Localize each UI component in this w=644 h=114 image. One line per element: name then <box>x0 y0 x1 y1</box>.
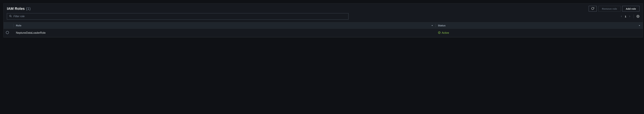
add-role-button[interactable]: Add role <box>622 6 640 11</box>
table-row: NeptuneDataLoaderRole Active <box>4 29 643 37</box>
tools-row: 1 <box>4 13 643 22</box>
row-select-cell <box>4 29 14 37</box>
column-role-label: Role <box>16 24 22 27</box>
column-divider <box>436 24 436 27</box>
column-select <box>4 22 14 29</box>
pagination: 1 <box>620 14 640 18</box>
svg-point-3 <box>438 32 440 34</box>
pager-separator <box>634 14 634 18</box>
settings-button[interactable] <box>636 15 640 18</box>
filter-role-input[interactable] <box>14 15 346 18</box>
roles-table: Role Status <box>4 22 643 37</box>
status-text: Active <box>442 31 449 34</box>
page-number: 1 <box>625 15 626 18</box>
panel-title-wrap: IAM Roles (1) <box>7 6 30 11</box>
remove-role-button[interactable]: Remove role <box>598 6 620 11</box>
prev-page-button[interactable] <box>620 15 622 17</box>
header-actions: Remove role Add role <box>589 6 640 11</box>
search-icon <box>9 15 12 18</box>
iam-roles-panel: IAM Roles (1) Remove role Add role 1 <box>3 3 643 37</box>
refresh-button[interactable] <box>589 6 597 11</box>
check-circle-icon <box>438 31 441 35</box>
sort-status-button[interactable] <box>638 25 640 27</box>
row-status-cell: Active <box>436 29 643 37</box>
svg-line-1 <box>11 16 12 17</box>
filter-role-search[interactable] <box>7 13 348 19</box>
sort-role-button[interactable] <box>431 25 433 27</box>
panel-title: IAM Roles <box>7 6 25 11</box>
status-badge: Active <box>438 31 449 35</box>
panel-header: IAM Roles (1) Remove role Add role <box>4 3 643 13</box>
role-name: NeptuneDataLoaderRole <box>16 31 46 34</box>
column-role: Role <box>14 22 436 29</box>
panel-count: (1) <box>26 6 30 11</box>
column-status-label: Status <box>438 24 446 27</box>
svg-point-2 <box>638 16 638 17</box>
table-header-row: Role Status <box>4 22 643 29</box>
row-role-cell: NeptuneDataLoaderRole <box>14 29 436 37</box>
refresh-icon <box>591 7 594 10</box>
next-page-button[interactable] <box>628 15 631 17</box>
column-divider <box>14 24 14 27</box>
row-select-radio[interactable] <box>6 31 9 34</box>
column-status: Status <box>436 22 643 29</box>
